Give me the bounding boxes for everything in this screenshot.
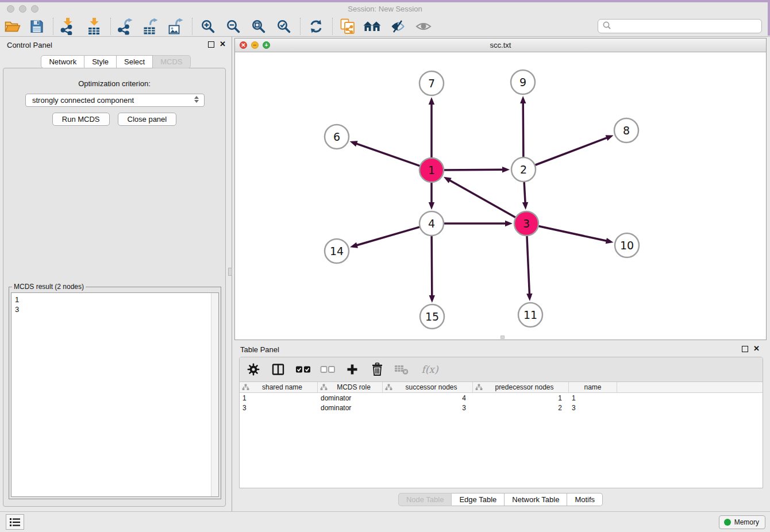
export-network-icon[interactable] <box>118 18 133 34</box>
network-canvas[interactable]: 7968124314101511 <box>235 52 766 340</box>
column-header-mcds-role[interactable]: MCDS role <box>318 382 383 392</box>
cell-name[interactable]: 3 <box>569 404 617 412</box>
column-header-successor-nodes[interactable]: successor nodes <box>383 382 473 392</box>
mcds-result-text[interactable]: 1 3 <box>11 292 219 497</box>
column-header-label: name <box>571 383 614 391</box>
graph-edge-3-10[interactable] <box>537 226 607 241</box>
graph-node-label: 4 <box>428 217 435 230</box>
cell-successor-nodes[interactable]: 3 <box>383 404 473 412</box>
result-scrollbar[interactable] <box>211 293 218 496</box>
deselect-all-columns-icon[interactable] <box>319 364 336 375</box>
zoom-out-icon[interactable] <box>226 19 241 34</box>
save-session-icon[interactable] <box>30 19 44 33</box>
memory-button[interactable]: Memory <box>719 515 765 529</box>
create-column-icon[interactable] <box>344 363 360 376</box>
task-history-button[interactable] <box>6 514 24 530</box>
tab-network-table[interactable]: Network Table <box>505 493 567 506</box>
table-toolbar: f(x) <box>240 357 763 382</box>
graphics-details-icon[interactable] <box>390 20 405 33</box>
graph-edge-3-11[interactable] <box>527 234 530 295</box>
graph-node-15[interactable]: 15 <box>420 304 444 329</box>
graph-edge-1-2[interactable] <box>442 169 503 170</box>
graph-node-2[interactable]: 2 <box>511 157 536 182</box>
graph-edge-2-3[interactable] <box>524 180 525 203</box>
column-header-predecessor-nodes[interactable]: predecessor nodes <box>473 382 569 392</box>
run-mcds-button[interactable]: Run MCDS <box>52 113 110 126</box>
tab-network[interactable]: Network <box>41 55 84 68</box>
memory-status-icon <box>724 519 731 526</box>
open-session-icon[interactable] <box>5 20 21 33</box>
refresh-layout-icon[interactable] <box>309 19 324 34</box>
graph-edge-2-8[interactable] <box>534 137 608 165</box>
network-resize-handle[interactable] <box>500 336 505 339</box>
graph-edge-2-9[interactable] <box>523 102 523 159</box>
column-header-name[interactable]: name <box>569 382 617 392</box>
cell-successor-nodes[interactable]: 4 <box>383 394 473 402</box>
graph-edge-3-1[interactable] <box>449 180 517 218</box>
delete-column-icon[interactable] <box>369 363 385 376</box>
float-table-panel-icon[interactable] <box>742 346 748 352</box>
graph-node-10[interactable]: 10 <box>615 233 639 257</box>
select-all-columns-icon[interactable] <box>295 364 311 375</box>
desktop-strip-right <box>768 0 770 36</box>
cell-shared-name[interactable]: 1 <box>240 394 318 402</box>
search-input[interactable] <box>614 22 761 30</box>
search-field[interactable] <box>598 19 762 33</box>
function-builder-icon[interactable]: f(x) <box>418 364 441 375</box>
delete-table-icon[interactable] <box>394 364 410 375</box>
table-row[interactable]: 1dominator411 <box>240 393 763 403</box>
graph-node-8[interactable]: 8 <box>614 118 638 142</box>
column-header-shared-name[interactable]: shared name <box>240 382 318 392</box>
tab-style[interactable]: Style <box>84 55 117 68</box>
tab-edge-table[interactable]: Edge Table <box>452 493 505 506</box>
graph-node-1[interactable]: 1 <box>419 158 444 182</box>
graph-node-4[interactable]: 4 <box>419 211 444 236</box>
list-icon <box>9 518 21 527</box>
graph-node-14[interactable]: 14 <box>325 239 349 263</box>
close-panel-button[interactable]: Close panel <box>118 113 177 126</box>
cell-name[interactable]: 1 <box>569 394 617 402</box>
panel-splitter-handle[interactable] <box>228 268 232 276</box>
network-window-titlebar[interactable]: ✕ − + scc.txt <box>235 38 766 52</box>
cell-shared-name[interactable]: 3 <box>240 404 318 412</box>
zoom-in-icon[interactable] <box>201 19 215 34</box>
criterion-select[interactable]: strongly connected component <box>25 94 205 107</box>
close-table-panel-icon[interactable]: ✕ <box>753 345 760 352</box>
table-row[interactable]: 3dominator323 <box>240 403 763 413</box>
graph-node-7[interactable]: 7 <box>419 71 444 95</box>
show-hide-details-icon[interactable] <box>415 21 432 32</box>
close-panel-icon[interactable]: ✕ <box>220 41 226 48</box>
control-panel: Control Panel ✕ NetworkStyleSelectMCDS O… <box>0 37 232 511</box>
network-graph[interactable]: 7968124314101511 <box>235 52 766 340</box>
network-from-clipboard-icon[interactable] <box>340 18 355 34</box>
graph-edge-4-14[interactable] <box>356 226 421 245</box>
export-image-icon[interactable] <box>168 18 184 34</box>
export-table-icon[interactable] <box>143 18 159 34</box>
home-icon[interactable] <box>363 20 382 33</box>
float-panel-icon[interactable] <box>208 41 214 48</box>
cell-mcds-role[interactable]: dominator <box>318 394 383 402</box>
import-table-icon[interactable] <box>87 18 102 35</box>
tab-node-table[interactable]: Node Table <box>398 493 452 506</box>
cell-predecessor-nodes[interactable]: 1 <box>473 394 569 402</box>
graph-edge-4-15[interactable] <box>432 234 432 296</box>
show-column-icon[interactable] <box>270 363 286 376</box>
graph-node-3[interactable]: 3 <box>514 211 538 236</box>
zoom-selected-icon[interactable] <box>276 19 291 34</box>
tab-mcds[interactable]: MCDS <box>153 55 190 68</box>
import-network-icon[interactable] <box>60 18 75 35</box>
graph-node-11[interactable]: 11 <box>518 303 542 327</box>
table-options-icon[interactable] <box>245 363 261 376</box>
tab-select[interactable]: Select <box>117 55 153 68</box>
status-bar: Memory <box>0 511 770 532</box>
cell-predecessor-nodes[interactable]: 2 <box>473 404 569 412</box>
tab-motifs[interactable]: Motifs <box>567 493 603 506</box>
cell-mcds-role[interactable]: dominator <box>318 404 383 412</box>
graph-edge-1-6[interactable] <box>356 144 421 167</box>
graph-node-6[interactable]: 6 <box>325 125 349 149</box>
node-table: shared nameMCDS rolesuccessor nodesprede… <box>240 382 763 413</box>
graph-edge-arrowhead <box>606 238 614 244</box>
graph-node-9[interactable]: 9 <box>511 70 535 94</box>
zoom-fit-icon[interactable] <box>251 19 266 34</box>
main-toolbar <box>0 16 770 37</box>
